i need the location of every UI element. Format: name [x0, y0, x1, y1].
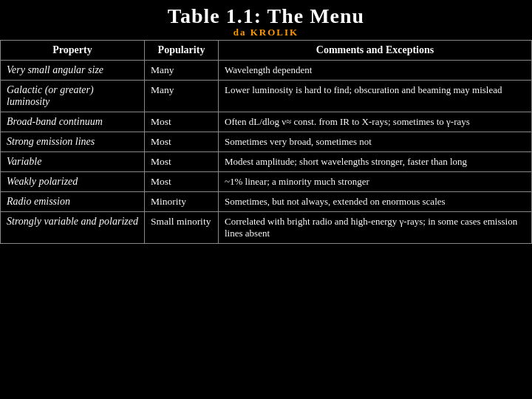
cell-popularity: Many: [145, 81, 219, 112]
page-subtitle: da KROLIK: [0, 27, 532, 38]
main-table: Property Popularity Comments and Excepti…: [0, 40, 532, 244]
cell-property: Very small angular size: [1, 61, 145, 81]
cell-popularity: Small minority: [145, 212, 219, 244]
cell-comments: Modest amplitude; short wavelengths stro…: [219, 152, 532, 172]
table-row: Galactic (or greater) luminosityManyLowe…: [1, 81, 532, 112]
cell-property: Variable: [1, 152, 145, 172]
cell-popularity: Most: [145, 132, 219, 152]
col-header-comments: Comments and Exceptions: [219, 41, 532, 61]
header: Table 1.1: The Menu da KROLIK: [0, 0, 532, 40]
cell-comments: Correlated with bright radio and high-en…: [219, 212, 532, 244]
cell-popularity: Minority: [145, 192, 219, 212]
cell-comments: Wavelength dependent: [219, 61, 532, 81]
cell-property: Radio emission: [1, 192, 145, 212]
cell-comments: Sometimes, but not always, extended on e…: [219, 192, 532, 212]
table-row: VariableMostModest amplitude; short wave…: [1, 152, 532, 172]
table-header-row: Property Popularity Comments and Excepti…: [1, 41, 532, 61]
cell-comments: Sometimes very broad, sometimes not: [219, 132, 532, 152]
cell-popularity: Most: [145, 112, 219, 132]
col-header-popularity: Popularity: [145, 41, 219, 61]
table-row: Radio emissionMinoritySometimes, but not…: [1, 192, 532, 212]
cell-popularity: Most: [145, 172, 219, 192]
cell-popularity: Most: [145, 152, 219, 172]
page: Table 1.1: The Menu da KROLIK Property P…: [0, 0, 532, 399]
table-row: Weakly polarizedMost~1% linear; a minori…: [1, 172, 532, 192]
cell-comments: ~1% linear; a minority much stronger: [219, 172, 532, 192]
cell-comments: Often dL/dlog ν≈ const. from IR to X-ray…: [219, 112, 532, 132]
table-row: Strong emission linesMostSometimes very …: [1, 132, 532, 152]
cell-property: Strong emission lines: [1, 132, 145, 152]
col-header-property: Property: [1, 41, 145, 61]
table-wrapper: Property Popularity Comments and Excepti…: [0, 40, 532, 399]
cell-property: Weakly polarized: [1, 172, 145, 192]
cell-popularity: Many: [145, 61, 219, 81]
cell-property: Broad-band continuum: [1, 112, 145, 132]
page-title: Table 1.1: The Menu: [0, 4, 532, 28]
table-row: Very small angular sizeManyWavelength de…: [1, 61, 532, 81]
table-row: Broad-band continuumMostOften dL/dlog ν≈…: [1, 112, 532, 132]
cell-property: Galactic (or greater) luminosity: [1, 81, 145, 112]
cell-comments: Lower luminosity is hard to find; obscur…: [219, 81, 532, 112]
table-row: Strongly variable and polarizedSmall min…: [1, 212, 532, 244]
cell-property: Strongly variable and polarized: [1, 212, 145, 244]
